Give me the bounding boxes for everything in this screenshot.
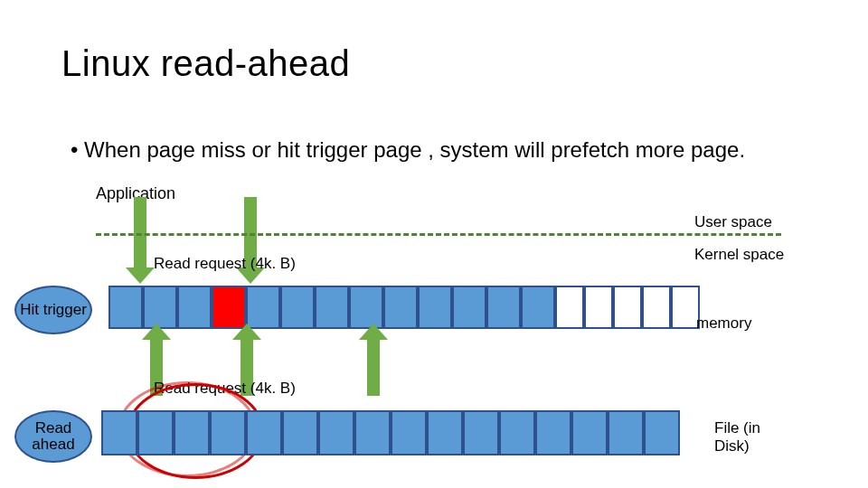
memory-cell xyxy=(143,286,177,329)
label-memory: memory xyxy=(696,314,751,333)
callout-read-ahead-text: Read ahead xyxy=(16,420,90,453)
memory-cell xyxy=(452,286,486,329)
disk-cell xyxy=(246,410,282,455)
disk-cell xyxy=(571,410,608,455)
memory-cell xyxy=(521,286,555,329)
memory-cell-empty xyxy=(613,286,642,329)
memory-row xyxy=(108,286,700,329)
memory-cell-empty xyxy=(642,286,671,329)
label-user-space: User space xyxy=(694,213,772,231)
disk-cell xyxy=(427,410,463,455)
memory-cell xyxy=(418,286,452,329)
memory-cell xyxy=(108,286,143,329)
bullet-point: When page miss or hit trigger page , sys… xyxy=(71,137,745,163)
callout-hit-trigger: Hit trigger xyxy=(14,286,92,334)
memory-cell-empty xyxy=(584,286,613,329)
user-kernel-divider xyxy=(96,233,781,236)
callout-read-ahead: Read ahead xyxy=(14,410,92,463)
label-kernel-space: Kernel space xyxy=(694,246,784,264)
disk-cell xyxy=(210,410,246,455)
disk-row xyxy=(101,410,680,454)
disk-cell xyxy=(318,410,354,455)
callout-hit-trigger-text: Hit trigger xyxy=(20,302,87,318)
disk-cell xyxy=(391,410,427,455)
disk-cell xyxy=(644,410,680,455)
memory-cell-trigger xyxy=(212,286,246,329)
memory-cell xyxy=(177,286,212,329)
label-read-request-top: Read request (4k. B) xyxy=(154,255,296,273)
disk-cell xyxy=(463,410,499,455)
disk-cell xyxy=(354,410,391,455)
disk-cell xyxy=(174,410,210,455)
label-disk: File (in Disk) xyxy=(714,419,778,455)
memory-cell xyxy=(246,286,280,329)
disk-cell xyxy=(282,410,318,455)
arrow-disk-to-mem-3 xyxy=(367,338,380,396)
memory-cell xyxy=(280,286,315,329)
memory-cell xyxy=(486,286,521,329)
memory-cell-empty xyxy=(555,286,584,329)
slide-title: Linux read-ahead xyxy=(61,43,350,84)
disk-cell xyxy=(137,410,174,455)
memory-cell xyxy=(315,286,349,329)
disk-cell xyxy=(608,410,644,455)
memory-cell xyxy=(349,286,383,329)
disk-cell xyxy=(535,410,571,455)
disk-cell xyxy=(101,410,137,455)
memory-cell xyxy=(383,286,418,329)
disk-cell xyxy=(499,410,535,455)
